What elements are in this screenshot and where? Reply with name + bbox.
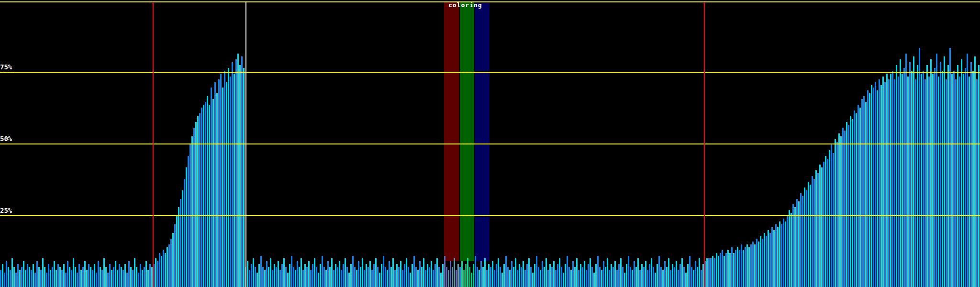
histogram-bar <box>549 264 551 287</box>
histogram-bar <box>773 230 775 287</box>
histogram-bar <box>637 258 639 287</box>
histogram-bar <box>341 270 342 287</box>
histogram-bar <box>279 270 281 287</box>
histogram-bar <box>794 207 796 287</box>
histogram-bar <box>304 264 306 287</box>
histogram-bar <box>119 264 120 287</box>
histogram-bar <box>944 56 945 287</box>
histogram-bar <box>547 270 549 287</box>
histogram-bar <box>327 261 329 287</box>
histogram-bar <box>423 258 424 287</box>
histogram-bar <box>255 267 256 287</box>
histogram-bar <box>498 258 499 287</box>
histogram-bar <box>33 264 34 287</box>
histogram-bar <box>293 267 294 287</box>
histogram-bar <box>859 108 861 287</box>
histogram-bar <box>695 261 696 287</box>
histogram-bar <box>670 270 671 287</box>
histogram-bar <box>699 258 700 287</box>
histogram-bar <box>312 264 313 287</box>
histogram-bar <box>48 264 49 287</box>
histogram-bar <box>159 253 160 287</box>
histogram-bar <box>854 110 855 287</box>
histogram-bar <box>433 270 434 287</box>
histogram-bar <box>86 270 88 287</box>
histogram-bar <box>741 244 742 287</box>
histogram-bar <box>647 270 648 287</box>
histogram-bar <box>178 207 179 287</box>
histogram-bar <box>618 264 620 287</box>
histogram-bar <box>727 250 729 287</box>
histogram-bar <box>209 105 210 287</box>
histogram-bar <box>11 258 13 287</box>
histogram-bar <box>278 261 279 287</box>
histogram-bar <box>509 270 511 287</box>
histogram-bar <box>959 77 960 287</box>
histogram-bar <box>940 62 941 287</box>
histogram-bar <box>777 227 779 287</box>
histogram-bar <box>454 258 455 287</box>
histogram-bar <box>408 267 409 287</box>
histogram-bar <box>917 65 918 287</box>
histogram-bar <box>413 256 415 287</box>
histogram-bar <box>10 270 11 287</box>
histogram-bar <box>884 82 886 287</box>
histogram-bar <box>607 258 608 287</box>
histogram-bar <box>4 273 5 287</box>
histogram-bar <box>561 267 562 287</box>
histogram-bar <box>553 261 555 287</box>
histogram-bar <box>440 273 442 287</box>
histogram-bar <box>318 273 319 287</box>
histogram-bar <box>812 176 813 287</box>
histogram-bar <box>281 264 283 287</box>
histogram-bar <box>228 68 229 287</box>
histogram-bar <box>953 71 955 287</box>
histogram-bar <box>624 273 625 287</box>
histogram-bar <box>540 270 541 287</box>
histogram-bar <box>729 253 731 287</box>
histogram-bar <box>605 267 606 287</box>
histogram-bar <box>251 264 252 287</box>
histogram-bar <box>660 267 662 287</box>
histogram-bar <box>144 267 145 287</box>
histogram-bar <box>731 247 733 287</box>
histogram-bar <box>775 224 777 287</box>
blue-band <box>475 2 490 261</box>
histogram-bar <box>551 267 553 287</box>
histogram-bar <box>567 256 568 287</box>
playhead-marker[interactable] <box>245 2 246 287</box>
histogram-bar <box>52 267 53 287</box>
histogram-bar <box>796 199 798 287</box>
histogram-bar <box>739 250 740 287</box>
histogram-bar <box>176 216 178 287</box>
histogram-bar <box>337 267 338 287</box>
histogram-bar <box>628 256 629 287</box>
histogram-bar <box>425 270 426 287</box>
histogram-bar <box>276 267 277 287</box>
histogram-bar <box>389 261 390 287</box>
histogram-bar <box>121 267 122 287</box>
histogram-bar <box>743 250 744 287</box>
gridline-75pct <box>0 72 980 73</box>
histogram-bar <box>842 128 844 287</box>
histogram-bar <box>180 199 181 287</box>
histogram-bar <box>838 133 840 287</box>
histogram-bar <box>706 258 708 287</box>
histogram-bar <box>113 267 114 287</box>
histogram-bar <box>2 264 3 287</box>
histogram-bar <box>406 258 407 287</box>
histogram-bar <box>766 236 767 287</box>
histogram-bar <box>972 71 974 287</box>
histogram-bar <box>641 264 643 287</box>
histogram-bar <box>260 256 262 287</box>
histogram-bar <box>71 270 72 287</box>
histogram-bar <box>40 270 42 287</box>
histogram-bar <box>611 264 612 287</box>
histogram-bar <box>436 258 438 287</box>
histogram-bar <box>459 267 461 287</box>
red-band <box>444 2 459 261</box>
histogram-bar <box>6 261 7 287</box>
section-marker <box>153 2 154 287</box>
histogram-bar <box>412 264 413 287</box>
histogram-bar <box>65 273 67 287</box>
